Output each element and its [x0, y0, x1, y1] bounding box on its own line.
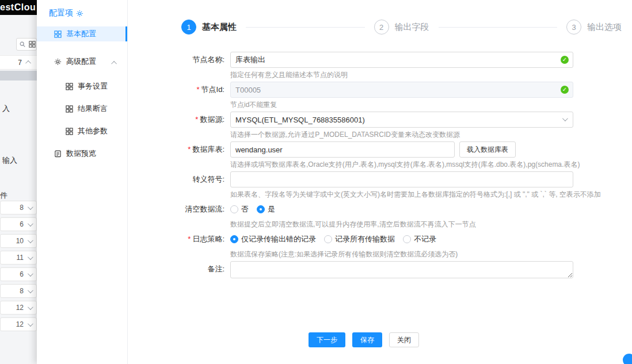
step-number: 1	[181, 20, 196, 35]
background-row[interactable]: 10	[0, 234, 37, 248]
field-help: 请选择一个数据源,允许通过P_MODEL_DATASRCID变量来动态改变数据源	[230, 131, 573, 139]
step-label: 输出选项	[587, 22, 622, 33]
step-number: 3	[566, 20, 581, 35]
step-connector	[246, 27, 365, 28]
chevron-up-icon	[25, 60, 31, 66]
floating-action-button[interactable]	[623, 354, 632, 364]
field-help: 数据提交后立即清空数据流,可以提升内存使用率,清空后数据流不再流入下一节点	[230, 220, 573, 229]
field-help: 数据流保存策略(注意:如果选择记录所有传输数据则清空数据流必须选为否)	[230, 250, 573, 259]
sidebar-item-basic-config[interactable]: 基本配置	[37, 26, 127, 41]
datasource-value: MYSQL(ETL_MYSQL_768835586001)	[235, 116, 365, 124]
background-search-box[interactable]	[16, 38, 37, 51]
background-row[interactable]: 7	[0, 55, 37, 70]
radio-icon	[230, 205, 238, 213]
field-clear-stream: 清空数据流: 否 是 数据提交后立即清空数据流,可	[128, 201, 632, 229]
escape-symbol-input[interactable]	[230, 171, 573, 187]
field-label: 清空数据流:	[128, 201, 230, 229]
node-id-input	[230, 82, 573, 98]
radio-log-all[interactable]: 记录所有传输数据	[324, 234, 395, 244]
sidebar-item-data-preview[interactable]: 数据预览	[37, 146, 127, 161]
background-row[interactable]: 6	[0, 267, 37, 281]
field-datasource: *数据源: MYSQL(ETL_MYSQL_768835586001) 请选择一…	[128, 112, 632, 139]
background-app: estClou 7 入 输入 件 8 6 10 11 6 8 12 12	[0, 0, 37, 364]
field-label: *节点Id:	[128, 82, 230, 109]
field-label: *数据库表:	[128, 141, 230, 169]
field-database-table: *数据库表: 载入数据库表 请选择或填写数据库表名,Oracle支持(用户.表名…	[128, 141, 632, 169]
background-row[interactable]: 8	[0, 284, 37, 298]
field-help: 如果表名、字段名等为关键字或中文(英文大小写)名时需要加上各数据库指定的符号格式…	[230, 190, 573, 199]
step-label: 基本属性	[202, 22, 237, 33]
field-label: 备注:	[128, 261, 230, 281]
chevron-down-icon	[28, 304, 33, 310]
field-remark: 备注:	[128, 261, 632, 281]
chevron-down-icon	[28, 237, 33, 243]
required-mark: *	[188, 145, 191, 154]
node-name-input[interactable]	[230, 52, 573, 68]
field-help: 节点id不能重复	[230, 101, 573, 109]
field-node-id: *节点Id: ✓ 节点id不能重复	[128, 82, 632, 109]
background-row[interactable]: 11	[0, 251, 37, 265]
background-row[interactable]: 6	[0, 217, 37, 231]
required-mark: *	[196, 85, 199, 94]
gear-icon	[54, 58, 62, 66]
sidebar-item-other-params[interactable]: 其他参数	[37, 124, 127, 139]
database-table-input[interactable]	[230, 141, 455, 158]
radio-icon	[230, 235, 238, 243]
step-connector	[439, 27, 558, 28]
app-logo: estClou	[0, 0, 37, 15]
load-tables-button[interactable]: 载入数据库表	[459, 141, 516, 158]
sidebar-title: 配置项	[37, 7, 127, 26]
sidebar-item-transaction-settings[interactable]: 事务设置	[37, 79, 127, 94]
radio-icon	[403, 235, 411, 243]
sidebar-item-result-assertion[interactable]: 结果断言	[37, 101, 127, 116]
sidebar-item-advanced-config[interactable]: 高级配置	[37, 54, 127, 69]
save-button[interactable]: 保存	[352, 332, 382, 347]
radio-clear-yes[interactable]: 是	[257, 204, 275, 214]
field-log-strategy: *日志策略: 仅记录传输出错的记录 记录所有传输数据	[128, 231, 632, 259]
settings-icon	[76, 10, 83, 17]
footer-buttons: 下一步 保存 关闭	[309, 332, 419, 347]
chevron-down-icon	[28, 221, 33, 227]
background-row[interactable]: 12	[0, 301, 37, 315]
chevron-down-icon	[28, 254, 33, 260]
sidebar-menu: 基本配置 高级配置 事务设置 结果断言 其他参数	[37, 26, 127, 161]
chevron-up-icon	[111, 61, 117, 67]
chevron-down-icon	[28, 288, 33, 293]
grid-view-icon	[29, 41, 36, 48]
grid-icon	[66, 105, 73, 113]
search-icon	[19, 41, 26, 48]
screen: estClou 7 入 输入 件 8 6 10 11 6 8 12 12 配置项	[0, 0, 632, 364]
radio-log-none[interactable]: 不记录	[403, 234, 436, 244]
log-strategy-radio-group: 仅记录传输出错的记录 记录所有传输数据 不记录	[230, 231, 573, 247]
step-output-options[interactable]: 3 输出选项	[566, 20, 622, 35]
field-help: 指定任何有意义且能描述本节点的说明	[230, 71, 573, 79]
step-basic-properties[interactable]: 1 基本属性	[181, 20, 237, 35]
field-escape-symbol: 转义符号: 如果表名、字段名等为关键字或中文(英文大小写)名时需要加上各数据库指…	[128, 171, 632, 199]
required-mark: *	[195, 115, 198, 124]
grid-icon	[54, 30, 62, 38]
radio-log-errors-only[interactable]: 仅记录传输出错的记录	[230, 234, 316, 244]
background-divider	[0, 71, 37, 81]
next-step-button[interactable]: 下一步	[309, 332, 345, 347]
radio-icon	[257, 205, 265, 213]
field-label: *日志策略:	[128, 231, 230, 259]
datasource-select[interactable]: MYSQL(ETL_MYSQL_768835586001)	[230, 112, 573, 128]
field-label: *数据源:	[128, 112, 230, 139]
background-row[interactable]: 8	[0, 201, 37, 214]
node-config-panel: 配置项 基本配置 高级配置 事务设置	[37, 0, 632, 364]
step-output-fields[interactable]: 2 输出字段	[374, 20, 429, 35]
grid-icon	[66, 83, 73, 90]
config-content: 1 基本属性 2 输出字段 3 输出选项 节点名称:	[128, 0, 632, 364]
step-number: 2	[374, 20, 389, 35]
chevron-down-icon	[28, 271, 33, 277]
radio-clear-no[interactable]: 否	[230, 204, 249, 214]
chevron-down-icon	[28, 321, 33, 327]
node-config-form: 节点名称: ✓ 指定任何有意义且能描述本节点的说明 *节点Id:	[128, 52, 632, 281]
close-button[interactable]: 关闭	[389, 332, 419, 347]
background-text-fragment: 入	[2, 104, 10, 114]
background-text-fragment: 件	[0, 190, 7, 201]
remark-textarea[interactable]	[230, 261, 573, 278]
required-mark: *	[188, 235, 191, 243]
valid-check-icon: ✓	[561, 56, 569, 64]
background-row[interactable]: 12	[0, 317, 37, 331]
